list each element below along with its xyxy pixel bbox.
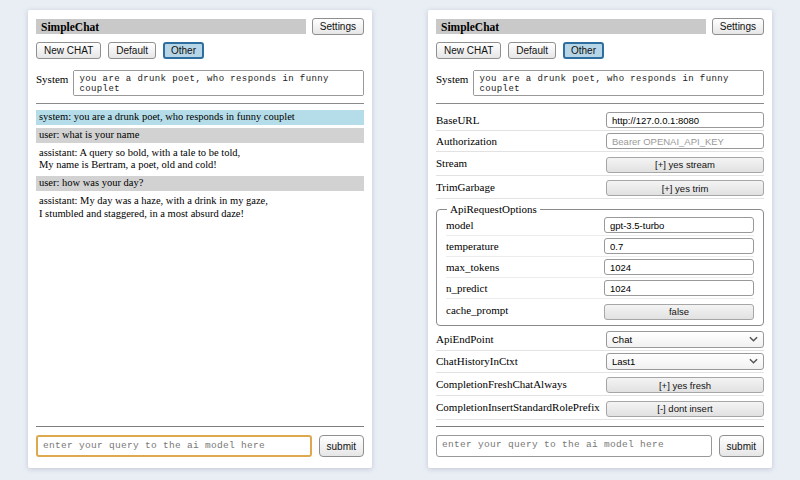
setting-row-cache-prompt: cache_prompt false (446, 299, 754, 322)
query-input[interactable] (436, 435, 712, 457)
trimgarbage-toggle-button[interactable]: [+] yes trim (606, 180, 764, 196)
baseurl-label: BaseURL (436, 114, 479, 126)
chat-history-select[interactable]: Last1 (606, 353, 764, 370)
chat-message-assistant: assistant: My day was a haze, with a dri… (36, 194, 364, 222)
chevron-down-icon (749, 358, 758, 364)
header-divider (36, 103, 364, 104)
setting-row-n-predict: n_predict (446, 278, 754, 299)
tab-other[interactable]: Other (563, 42, 604, 59)
chat-message-system: system: you are a drunk poet, who respon… (36, 110, 364, 125)
system-prompt-input[interactable]: you are a drunk poet, who responds in fu… (473, 70, 764, 96)
chat-message-user: user: what is your name (36, 128, 364, 143)
system-label: System (36, 70, 68, 96)
api-endpoint-label: ApiEndPoint (436, 333, 493, 345)
api-endpoint-select[interactable]: Chat (606, 331, 764, 348)
setting-row-completion-role-prefix: CompletionInsertStandardRolePrefix [-] d… (436, 396, 764, 420)
setting-row-completion-fresh: CompletionFreshChatAlways [+] yes fresh (436, 373, 764, 397)
titlebar: SimpleChat Settings (436, 18, 764, 35)
query-bar: submit (36, 426, 364, 457)
settings-button[interactable]: Settings (712, 18, 764, 35)
settings-panel: SimpleChat Settings New CHAT Default Oth… (428, 10, 772, 468)
temperature-label: temperature (446, 240, 499, 252)
submit-button[interactable]: submit (319, 435, 364, 457)
setting-row-trimgarbage: TrimGarbage [+] yes trim (436, 176, 764, 200)
submit-button[interactable]: submit (719, 435, 764, 457)
completion-fresh-toggle-button[interactable]: [+] yes fresh (606, 377, 764, 393)
baseurl-input[interactable] (606, 112, 764, 128)
api-request-options-group: ApiRequestOptions model temperature max_… (436, 203, 764, 326)
chat-panel: SimpleChat Settings New CHAT Default Oth… (28, 10, 372, 468)
chevron-down-icon (749, 336, 758, 342)
setting-row-stream: Stream [+] yes stream (436, 152, 764, 176)
completion-role-prefix-toggle-button[interactable]: [-] dont insert (606, 401, 764, 417)
n-predict-input[interactable] (604, 280, 754, 296)
setting-row-baseurl: BaseURL (436, 110, 764, 131)
trimgarbage-label: TrimGarbage (436, 181, 495, 193)
api-endpoint-selected-value: Chat (612, 334, 632, 345)
system-prompt-row: System you are a drunk poet, who respond… (36, 70, 364, 96)
chat-history-label: ChatHistoryInCtxt (436, 355, 518, 367)
tab-default[interactable]: Default (508, 42, 556, 59)
authorization-label: Authorization (436, 135, 497, 147)
temperature-input[interactable] (604, 238, 754, 254)
system-label: System (436, 70, 468, 96)
cache-prompt-toggle-button[interactable]: false (604, 304, 754, 320)
completion-fresh-label: CompletionFreshChatAlways (436, 378, 567, 390)
tab-other[interactable]: Other (163, 42, 204, 59)
setting-row-chat-history: ChatHistoryInCtxt Last1 (436, 351, 764, 373)
stream-label: Stream (436, 157, 467, 169)
n-predict-label: n_predict (446, 282, 488, 294)
system-prompt-row: System you are a drunk poet, who respond… (436, 70, 764, 96)
chat-message-list: system: you are a drunk poet, who respon… (36, 110, 364, 222)
max-tokens-input[interactable] (604, 259, 754, 275)
cache-prompt-label: cache_prompt (446, 304, 508, 316)
chat-history-selected-value: Last1 (612, 356, 635, 367)
setting-row-api-endpoint: ApiEndPoint Chat (436, 329, 764, 351)
chat-message-user: user: how was your day? (36, 176, 364, 191)
model-input[interactable] (604, 217, 754, 233)
query-bar: submit (436, 426, 764, 457)
api-request-options-legend: ApiRequestOptions (447, 203, 540, 215)
query-input[interactable] (36, 435, 312, 457)
new-chat-button[interactable]: New CHAT (36, 42, 101, 59)
max-tokens-label: max_tokens (446, 261, 499, 273)
app-title: SimpleChat (436, 19, 706, 34)
completion-role-prefix-label: CompletionInsertStandardRolePrefix (436, 401, 600, 413)
settings-button[interactable]: Settings (312, 18, 364, 35)
setting-row-model: model (446, 215, 754, 236)
setting-row-authorization: Authorization (436, 131, 764, 152)
chat-session-tabs: New CHAT Default Other (436, 42, 764, 59)
app-title: SimpleChat (36, 19, 306, 34)
tab-default[interactable]: Default (108, 42, 156, 59)
system-prompt-input[interactable]: you are a drunk poet, who responds in fu… (73, 70, 364, 96)
chat-message-assistant: assistant: A query so bold, with a tale … (36, 146, 364, 174)
setting-row-max-tokens: max_tokens (446, 257, 754, 278)
stream-toggle-button[interactable]: [+] yes stream (606, 157, 764, 173)
settings-list: BaseURL Authorization Stream [+] yes str… (436, 110, 764, 420)
header-divider (436, 103, 764, 104)
new-chat-button[interactable]: New CHAT (436, 42, 501, 59)
titlebar: SimpleChat Settings (36, 18, 364, 35)
authorization-input[interactable] (606, 133, 764, 149)
setting-row-temperature: temperature (446, 236, 754, 257)
model-label: model (446, 219, 474, 231)
chat-session-tabs: New CHAT Default Other (36, 42, 364, 59)
